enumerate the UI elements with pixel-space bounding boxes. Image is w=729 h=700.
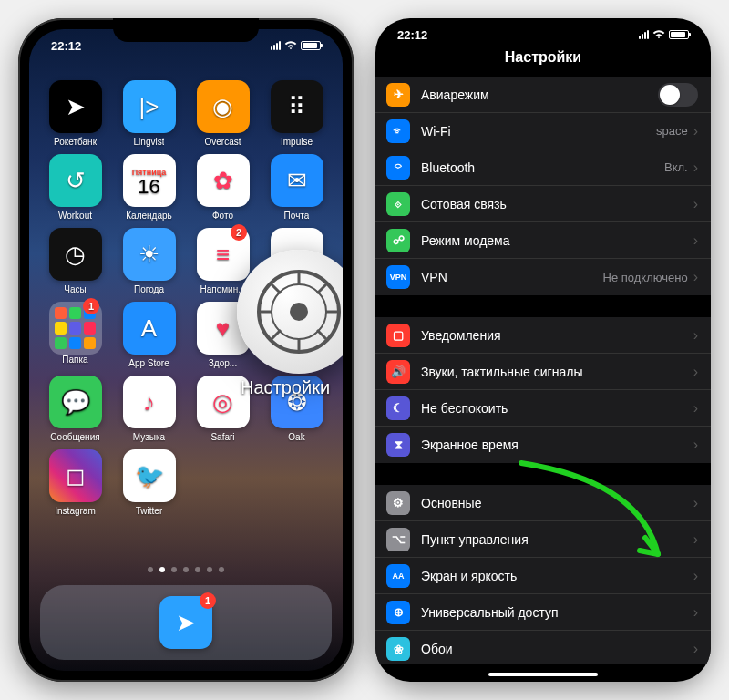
app-icon[interactable]: ☀ [123, 228, 176, 281]
row-label: Не беспокоить [421, 401, 693, 416]
app-label: Почта [284, 211, 310, 221]
settings-row-уведомления[interactable]: ▢Уведомления› [375, 317, 711, 354]
row-label: Авиарежим [421, 88, 658, 102]
dock-app-telegram[interactable]: ➤1 [159, 596, 212, 649]
settings-row-звуки-тактильные-сигналы[interactable]: 🔊Звуки, тактильные сигналы› [375, 354, 711, 390]
app-музыка[interactable]: ♪Музыка [116, 376, 182, 442]
app-фото[interactable]: ✿Фото [190, 154, 256, 221]
chevron-right-icon: › [693, 437, 698, 453]
app-icon[interactable]: ◻ [49, 449, 102, 502]
page-indicator[interactable] [29, 567, 343, 572]
row-value: Не подключено [603, 271, 688, 284]
gear-icon [253, 266, 343, 357]
app-icon[interactable]: ↺ [49, 154, 102, 207]
row-icon: ⌔ [386, 156, 410, 180]
settings-row-сотовая-связь[interactable]: ⟐Сотовая связь› [375, 186, 711, 222]
app-папка[interactable]: 1Папка [42, 302, 108, 368]
settings-row-не-беспокоить[interactable]: ☾Не беспокоить› [375, 390, 711, 427]
app-рокетбанк[interactable]: ➤Рокетбанк [42, 80, 108, 147]
app-label: Папка [62, 355, 87, 365]
row-icon: ❀ [386, 637, 410, 661]
row-icon: ⟐ [386, 192, 410, 216]
home-indicator[interactable] [488, 673, 598, 676]
app-label: Impulse [281, 137, 313, 147]
settings-row-универсальный-доступ[interactable]: ⊕Универсальный доступ› [375, 594, 711, 631]
row-value: Вкл. [664, 160, 688, 174]
app-почта[interactable]: ✉Почта [263, 154, 330, 221]
app-icon[interactable]: A [123, 302, 176, 355]
app-icon[interactable]: |> [123, 80, 176, 133]
calendar-icon[interactable]: Пятница16 [123, 154, 176, 207]
settings-row-vpn[interactable]: VPNVPNНе подключено› [375, 259, 711, 295]
app-twitter[interactable]: 🐦Twitter [116, 449, 182, 516]
chevron-right-icon: › [693, 364, 698, 380]
chevron-right-icon: › [693, 531, 698, 548]
settings-magnified [237, 250, 343, 374]
settings-row-обои[interactable]: ❀Обои› [375, 631, 711, 664]
settings-row-bluetooth[interactable]: ⌔BluetoothВкл.› [375, 149, 711, 186]
toggle[interactable] [658, 83, 698, 107]
badge: 1 [200, 592, 216, 609]
settings-row-режим-модема[interactable]: ☍Режим модема› [375, 222, 711, 259]
row-label: Bluetooth [421, 160, 664, 175]
row-icon: ▢ [386, 324, 410, 347]
app-app store[interactable]: AApp Store [116, 302, 182, 368]
row-label: Звуки, тактильные сигналы [421, 365, 693, 379]
settings-row-авиарежим[interactable]: ✈Авиарежим [375, 77, 711, 113]
phone-settings: 22:12 Настройки ✈АвиарежимᯤWi-Fispace›⌔B… [375, 18, 711, 682]
app-label: Workout [58, 211, 92, 221]
app-workout[interactable]: ↺Workout [42, 154, 108, 221]
home-screen[interactable]: 22:12 ➤Рокетбанк|>Lingvist◉Overcast⠿Impu… [29, 29, 343, 671]
app-icon[interactable]: ➤ [49, 80, 102, 133]
app-icon[interactable]: 💬 [49, 376, 102, 428]
row-label: Режим модема [421, 233, 693, 248]
row-icon: ⊕ [386, 601, 410, 624]
app-label: Twitter [136, 506, 162, 516]
app-погода[interactable]: ☀Погода [116, 228, 182, 294]
app-label: Safari [210, 432, 234, 442]
app-label: Фото [212, 211, 233, 221]
settings-screen[interactable]: 22:12 Настройки ✈АвиарежимᯤWi-Fispace›⌔B… [375, 18, 711, 682]
settings-group-2: ⚙Основные›⌥Пункт управления›AAЭкран и яр… [375, 485, 711, 664]
settings-list[interactable]: ✈АвиарежимᯤWi-Fispace›⌔BluetoothВкл.›⟐Со… [375, 77, 711, 664]
app-overcast[interactable]: ◉Overcast [190, 80, 256, 147]
row-label: Сотовая связь [421, 197, 693, 211]
app-icon[interactable]: ✉ [271, 154, 323, 207]
app-icon[interactable]: 🐦 [123, 449, 176, 502]
status-indicators [271, 41, 321, 50]
app-icon[interactable]: ⠿ [271, 80, 323, 133]
app-lingvist[interactable]: |>Lingvist [116, 80, 182, 147]
wifi-icon [652, 30, 665, 39]
app-icon[interactable]: ◉ [197, 80, 250, 133]
chevron-right-icon: › [693, 196, 698, 212]
app-сообщения[interactable]: 💬Сообщения [42, 376, 108, 442]
chevron-right-icon: › [693, 400, 698, 417]
app-label: Сообщения [50, 432, 99, 442]
wifi-icon [284, 41, 297, 50]
badge: 2 [231, 224, 247, 241]
app-impulse[interactable]: ⠿Impulse [263, 80, 330, 147]
settings-row-wi-fi[interactable]: ᯤWi-Fispace› [375, 113, 711, 149]
app-календарь[interactable]: Пятница16Календарь [116, 154, 182, 221]
settings-group-1: ▢Уведомления›🔊Звуки, тактильные сигналы›… [375, 317, 711, 463]
settings-row-экранное-время[interactable]: ⧗Экранное время› [375, 427, 711, 463]
app-instagram[interactable]: ◻Instagram [42, 449, 108, 516]
app-icon[interactable]: ♪ [123, 376, 176, 428]
settings-magnified-label: Настройки [241, 377, 330, 398]
settings-row-экран-и-яркость[interactable]: AAЭкран и яркость› [375, 558, 711, 594]
settings-group-0: ✈АвиарежимᯤWi-Fispace›⌔BluetoothВкл.›⟐Со… [375, 77, 711, 295]
app-icon[interactable]: ◷ [49, 228, 102, 281]
settings-row-основные[interactable]: ⚙Основные› [375, 485, 711, 521]
row-icon: ⌥ [386, 528, 410, 551]
notch [470, 18, 616, 42]
app-icon[interactable]: ✿ [197, 154, 250, 207]
chevron-right-icon: › [693, 495, 698, 511]
row-icon: AA [386, 564, 410, 588]
app-часы[interactable]: ◷Часы [42, 228, 108, 294]
settings-row-пункт-управления[interactable]: ⌥Пункт управления› [375, 521, 711, 558]
app-label: Часы [64, 284, 86, 294]
row-label: Основные [421, 496, 693, 510]
svg-point-1 [290, 303, 308, 321]
row-label: Уведомления [421, 328, 693, 343]
row-icon: ✈ [386, 83, 410, 107]
